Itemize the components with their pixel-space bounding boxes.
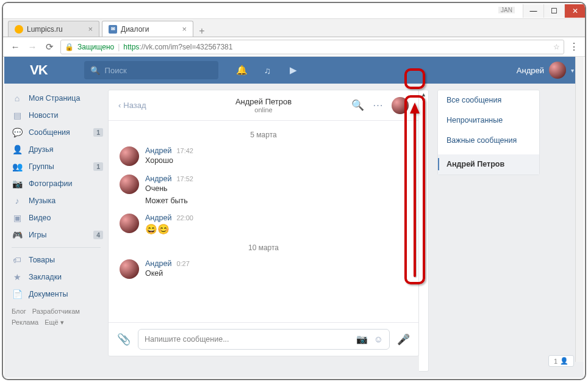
message: Андрей17:42 Хорошо [120,146,407,166]
message: Андрей17:52 Очень Может быть [120,175,407,205]
browser-scrollbar-vertical[interactable] [575,57,584,362]
scrollbar-vertical[interactable]: ▲▼ [419,90,429,372]
sidebar-item-messages[interactable]: 💬Сообщения1 [4,124,108,141]
message-author[interactable]: Андрей [145,259,171,268]
avatar[interactable] [120,214,139,233]
star-icon[interactable]: ☆ [553,43,560,51]
message-text: Хорошо [145,156,407,165]
filter-all[interactable]: Все сообщения [438,90,539,110]
footer-more[interactable]: Ещё ▾ [45,319,64,326]
window-titlebar: JAN — ☐ ✕ [3,3,585,19]
filter-panel: Все сообщения Непрочитанные Важные сообщ… [437,90,540,175]
message-author[interactable]: Андрей [145,146,171,155]
tab-label: Lumpics.ru [27,25,63,34]
bell-icon[interactable]: 🔔 [237,65,248,76]
globe-icon [15,25,23,34]
tab-dialogs[interactable]: ✉ Диалоги × [102,21,193,37]
reload-button[interactable]: ⟳ [43,41,56,53]
user-name: Андрей [517,66,544,75]
back-button[interactable]: ‹ Назад [118,101,146,110]
avatar [549,62,566,79]
message-time: 22:00 [176,214,193,222]
online-count-widget[interactable]: 1 👤 [548,355,574,367]
avatar[interactable] [392,97,409,114]
avatar[interactable] [120,259,139,279]
message: Андрей22:00 😄😊 [120,214,407,235]
sidebar-item-bookmarks[interactable]: ★Закладки [4,268,108,286]
attach-icon[interactable]: 📎 [117,333,131,346]
chat-body: 5 марта Андрей17:42 Хорошо Андрей17:52 О… [109,121,418,322]
footer-ads[interactable]: Реклама [12,319,38,326]
input-placeholder: Напишите сообщение... [145,335,229,344]
address-bar[interactable]: 🔒 Защищено | https://vk.com/im?sel=43256… [60,40,564,54]
window-close-button[interactable]: ✕ [564,4,585,18]
avatar[interactable] [120,146,139,166]
secure-label: Защищено [77,43,114,51]
tab-lumpics[interactable]: Lumpics.ru × [8,21,99,37]
scroll-up-icon[interactable]: ▲▼ [419,92,428,104]
message-text: Окей [145,269,407,278]
message-text: Может быть [145,196,407,205]
filter-important[interactable]: Важные сообщения [438,131,539,151]
sidebar-item-photos[interactable]: 📷Фотографии [4,175,108,192]
video-icon: ▣ [12,212,23,223]
message-emoji: 😄😊 [145,223,407,235]
divider [12,247,101,248]
address-bar-row: ← → ⟳ 🔒 Защищено | https://vk.com/im?sel… [3,37,585,57]
close-icon[interactable]: × [182,24,187,34]
search-input[interactable]: 🔍 Поиск [84,61,218,79]
sidebar-item-video[interactable]: ▣Видео [4,209,108,226]
message-time: 0:27 [176,260,189,267]
close-icon[interactable]: × [88,24,93,34]
tab-strip: Lumpics.ru × ✉ Диалоги × + [3,19,585,37]
sidebar-item-market[interactable]: 🏷Товары [4,251,108,268]
message-input[interactable]: Напишите сообщение... 📷 ☺ [138,329,390,350]
chat-input-row: 📎 Напишите сообщение... 📷 ☺ 🎤 [109,322,418,356]
news-icon: ▤ [12,110,23,121]
vk-logo[interactable]: VK [30,62,48,78]
sidebar-item-docs[interactable]: 📄Документы [4,286,108,303]
note-icon: ♪ [12,195,23,206]
sidebar-item-friends[interactable]: 👤Друзья [4,141,108,158]
message-author[interactable]: Андрей [145,214,171,222]
sidebar-item-mypage[interactable]: ⌂Моя Страница [4,90,108,107]
footer-blog[interactable]: Блог [12,308,26,315]
footer-dev[interactable]: Разработчикам [32,308,80,315]
camera-icon[interactable]: 📷 [356,334,368,345]
lock-icon: 🔒 [65,43,74,51]
chat-header: ‹ Назад Андрей Петров online 🔍 ⋯ [109,90,418,121]
avatar[interactable] [120,175,139,194]
sidebar-footer: Блог Разработчикам Реклама Ещё ▾ [4,303,108,331]
home-icon: ⌂ [12,93,23,104]
sidebar-item-groups[interactable]: 👥Группы1 [4,158,108,175]
person-icon: 👤 [560,357,568,365]
mic-icon[interactable]: 🎤 [397,333,410,346]
forward-button[interactable]: → [26,41,38,53]
sidebar-item-news[interactable]: ▤Новости [4,107,108,124]
user-menu[interactable]: Андрей ▾ [517,62,574,79]
date-separator: 5 марта [120,131,407,139]
tag-icon: 🏷 [12,254,23,265]
sidebar-item-music[interactable]: ♪Музыка [4,192,108,209]
annotation-arrow-head [410,103,420,114]
message-author[interactable]: Андрей [145,175,171,183]
filter-unread[interactable]: Непрочитанные [438,110,539,131]
sidebar-item-games[interactable]: 🎮Игры4 [4,226,108,243]
message: Андрей0:27 Окей [120,259,407,279]
friends-icon: 👤 [12,144,23,155]
browser-menu-button[interactable]: ⋮ [569,41,579,52]
filter-pinned-chat[interactable]: Андрей Петров [438,154,539,175]
message-time: 17:42 [176,147,193,154]
more-icon[interactable]: ⋯ [373,99,383,112]
star-icon: ★ [12,272,23,283]
chat-icon: 💬 [12,127,23,138]
smile-icon[interactable]: ☺ [374,334,383,345]
play-icon[interactable]: ▶ [288,65,299,76]
new-tab-button[interactable]: + [196,26,208,37]
window-maximize-button[interactable]: ☐ [543,4,564,18]
window-minimize-button[interactable]: — [523,4,543,18]
back-button[interactable]: ← [9,41,21,53]
chevron-down-icon: ▾ [571,67,574,74]
music-icon[interactable]: ♫ [262,65,273,76]
search-icon[interactable]: 🔍 [351,99,364,112]
